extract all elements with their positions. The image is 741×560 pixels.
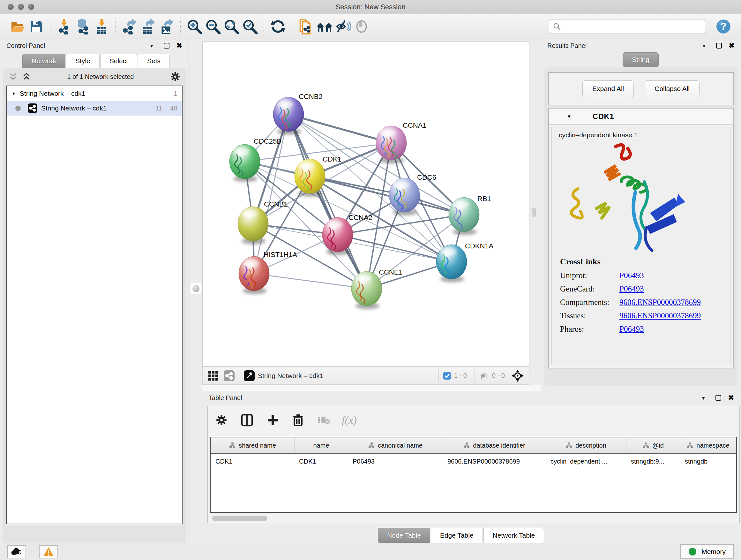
collection-expand-icon[interactable]: ▼: [11, 91, 16, 96]
refresh-button[interactable]: [269, 17, 287, 36]
eye-button[interactable]: [352, 17, 371, 36]
control-panel-float-icon[interactable]: [164, 43, 170, 49]
function-builder-button[interactable]: f(x): [342, 414, 357, 426]
table-panel-float-icon[interactable]: [716, 395, 721, 401]
network-node-CDKN1A[interactable]: CDKN1A: [436, 242, 494, 282]
collapse-all-networks-icon[interactable]: [9, 72, 17, 81]
title-bar: Session: New Session: [0, 0, 741, 14]
zoom-in-icon: [186, 18, 203, 35]
table-row[interactable]: CDK1 CDK1 P06493 9606.ENSP00000378699 cy…: [211, 454, 736, 469]
column-header-id[interactable]: @id: [626, 437, 680, 453]
zoom-fit-button[interactable]: [222, 17, 241, 36]
crosslink-row: Uniprot:P06493: [560, 271, 730, 280]
tab-edge-table[interactable]: Edge Table: [431, 528, 483, 543]
import-network-button[interactable]: [55, 17, 73, 36]
share-view-icon[interactable]: [224, 370, 234, 381]
tab-network[interactable]: Network: [22, 54, 65, 68]
crosshair-icon[interactable]: [511, 369, 524, 382]
delete-column-button[interactable]: [293, 414, 304, 427]
export-network-button[interactable]: [120, 17, 138, 36]
tab-style[interactable]: Style: [66, 54, 99, 68]
network-edge[interactable]: [254, 273, 367, 289]
import-database-icon: [75, 18, 91, 35]
export-table-button[interactable]: [138, 17, 157, 36]
uniprot-link[interactable]: P06493: [619, 271, 644, 280]
network-row[interactable]: String Network – cdk1 11 48: [7, 101, 182, 116]
zoom-selected-button[interactable]: [241, 17, 259, 36]
delete-table-button[interactable]: [318, 415, 330, 425]
network-collection-row[interactable]: ▼ String Network – cdk1 1: [7, 86, 182, 101]
save-session-button[interactable]: [27, 17, 45, 36]
table-options-button[interactable]: [216, 415, 227, 426]
network-node-CCNA1[interactable]: CCNA1: [376, 121, 427, 164]
warning-status-button[interactable]: [39, 545, 58, 558]
network-node-CCNB2[interactable]: CCNB2: [273, 92, 323, 135]
expand-all-networks-icon[interactable]: [22, 72, 30, 81]
import-table-button[interactable]: [92, 17, 111, 36]
results-panel: Results Panel ▼ ✖ String Expand All Coll…: [541, 39, 741, 391]
right-splitter-handle[interactable]: [532, 207, 536, 217]
column-header-shared-name[interactable]: shared name: [211, 437, 294, 453]
entry-collapse-icon[interactable]: ▼: [567, 114, 571, 119]
control-panel-collapse-icon[interactable]: ▼: [149, 43, 154, 49]
open-session-button[interactable]: [8, 17, 27, 36]
show-columns-button[interactable]: [241, 414, 253, 427]
tab-string[interactable]: String: [623, 52, 659, 67]
tab-network-table[interactable]: Network Table: [483, 528, 544, 543]
results-panel-collapse-icon[interactable]: ▼: [702, 43, 706, 49]
homes-button[interactable]: [315, 17, 334, 36]
birdseye-view-icon[interactable]: [244, 370, 255, 381]
table-header-row: shared name name canonical name database…: [211, 437, 736, 454]
column-header-description[interactable]: description: [546, 437, 626, 453]
network-edge[interactable]: [338, 235, 452, 262]
network-node-RB1[interactable]: RB1: [449, 195, 491, 235]
share-document-button[interactable]: [297, 17, 315, 36]
table-panel-close-icon[interactable]: ✖: [728, 394, 734, 402]
selected-checkbox-icon[interactable]: [443, 372, 451, 380]
network-node-CCNE1[interactable]: CCNE1: [351, 268, 403, 309]
help-button[interactable]: ?: [714, 17, 733, 36]
collapse-all-button[interactable]: Collapse All: [645, 80, 699, 97]
compartments-link[interactable]: 9606.ENSP00000378699: [619, 298, 701, 307]
network-node-HIST1H1A[interactable]: HIST1H1A: [239, 251, 297, 294]
eye-icon: [354, 18, 369, 35]
genecard-link[interactable]: P06493: [619, 285, 644, 294]
hidden-eye-icon[interactable]: [479, 371, 489, 380]
table-horizontal-scrollbar[interactable]: [212, 516, 267, 521]
table-panel-title: Table Panel: [209, 394, 701, 401]
zoom-out-button[interactable]: [204, 17, 222, 36]
column-header-namespace[interactable]: namespace: [680, 437, 736, 453]
control-panel-close-icon[interactable]: ✖: [177, 42, 182, 50]
grid-view-icon[interactable]: [208, 370, 219, 381]
tab-node-table[interactable]: Node Table: [378, 528, 430, 543]
memory-button[interactable]: Memory: [680, 544, 734, 559]
table-panel-collapse-icon[interactable]: ▼: [701, 395, 706, 401]
crosslink-row: Compartments:9606.ENSP00000378699: [560, 298, 730, 307]
export-image-button[interactable]: [157, 17, 176, 36]
left-splitter-handle[interactable]: [191, 283, 201, 294]
column-header-database-identifier[interactable]: database identifier: [443, 437, 546, 453]
column-header-canonical-name[interactable]: canonical name: [348, 437, 443, 453]
cloud-status-button[interactable]: [7, 545, 26, 558]
tissues-link[interactable]: 9606.ENSP00000378699: [619, 311, 701, 320]
results-panel-title: Results Panel: [547, 42, 702, 50]
results-panel-close-icon[interactable]: ✖: [729, 42, 735, 50]
delete-table-icon: [318, 415, 330, 425]
zoom-in-button[interactable]: [185, 17, 204, 36]
expand-all-button[interactable]: Expand All: [583, 80, 634, 97]
network-canvas[interactable]: CCNB2CCNA1CDC25BCDK1CDC6RB1CCNB1CCNA2CDK…: [202, 42, 529, 367]
network-node-CCNB1[interactable]: CCNB1: [238, 200, 288, 244]
pharos-link[interactable]: P06493: [619, 325, 644, 334]
trash-icon: [293, 414, 304, 427]
column-header-name[interactable]: name: [294, 437, 348, 453]
network-options-gear-icon[interactable]: [171, 72, 180, 81]
results-panel-float-icon[interactable]: [716, 43, 722, 49]
tab-sets[interactable]: Sets: [138, 54, 170, 68]
search-input[interactable]: [563, 23, 702, 30]
hide-eye-button[interactable]: [334, 17, 352, 36]
import-database-button[interactable]: [73, 17, 92, 36]
network-edge[interactable]: [310, 176, 464, 214]
tab-select[interactable]: Select: [100, 54, 137, 68]
control-panel: Control Panel ▼ ✖ Network Style Select S…: [0, 39, 189, 543]
add-column-button[interactable]: [267, 415, 279, 426]
